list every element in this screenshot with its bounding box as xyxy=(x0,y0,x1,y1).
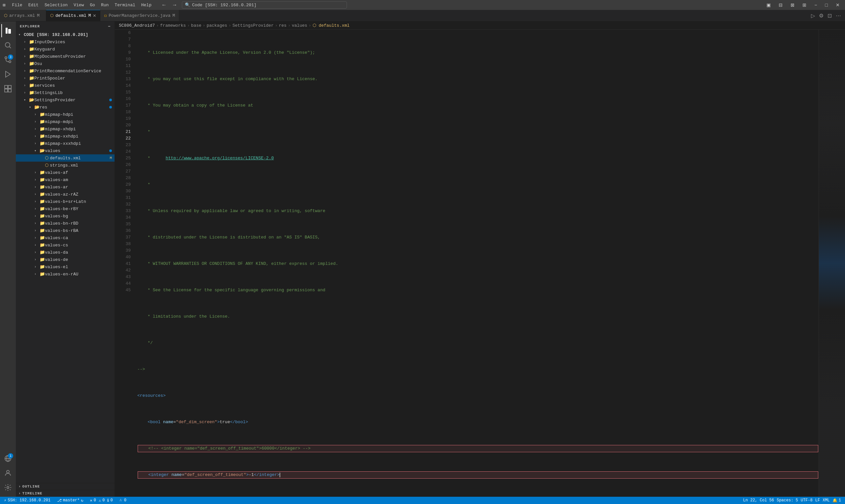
timeline-panel-header[interactable]: › TIMELINE xyxy=(16,490,115,497)
sidebar-item-values-en-rAU[interactable]: › 📁 values-en-rAU xyxy=(16,270,115,278)
customize-layout-icon[interactable]: ⊞ xyxy=(800,2,809,8)
sidebar-item-values-bn-rBD[interactable]: › 📁 values-bn-rBD xyxy=(16,220,115,227)
menu-edit[interactable]: Edit xyxy=(26,2,41,8)
activity-settings[interactable] xyxy=(1,481,15,494)
sidebar-item-res[interactable]: ▾ 📂 res xyxy=(16,104,115,111)
breadcrumb-part-2[interactable]: base xyxy=(191,23,201,28)
minimap[interactable] xyxy=(818,30,845,497)
text-cursor xyxy=(280,473,280,477)
sidebar-item-values-am[interactable]: › 📁 values-am xyxy=(16,176,115,183)
activity-search[interactable] xyxy=(1,39,15,52)
menu-run[interactable]: Run xyxy=(99,2,111,8)
status-line-ending[interactable]: LF xyxy=(814,498,821,503)
minimize-button[interactable]: − xyxy=(812,2,820,8)
sidebar-item-values-da[interactable]: › 📁 values-da xyxy=(16,249,115,256)
menu-selection[interactable]: Selection xyxy=(42,2,70,8)
activity-source-control[interactable]: 3 xyxy=(1,53,15,66)
menu-terminal[interactable]: Terminal xyxy=(112,2,138,8)
sidebar-item-mipmap-xxhdpi[interactable]: › 📁 mipmap-xxhdpi xyxy=(16,132,115,140)
code-line-20: <bool name="def_dim_screen">true</bool> xyxy=(137,419,818,426)
status-spaces[interactable]: Spaces: 5 xyxy=(775,498,799,503)
status-encoding[interactable]: UTF-8 xyxy=(799,498,814,503)
tab-powermanager[interactable]: ◻ PowerManagerService.java M xyxy=(100,10,179,21)
tab-defaults[interactable]: ⬡ defaults.xml M ✕ xyxy=(46,10,100,21)
outline-panel-header[interactable]: › OUTLINE xyxy=(16,483,115,490)
sidebar-item-mipmap-hdpi[interactable]: › 📁 mipmap-hdpi xyxy=(16,111,115,118)
tab-defaults-close[interactable]: ✕ xyxy=(93,13,96,18)
more-actions-button[interactable]: ⋯ xyxy=(834,12,842,19)
sidebar-item-mipmap-mdpi[interactable]: › 📁 mipmap-mdpi xyxy=(16,118,115,125)
dir-arrow: ▾ xyxy=(24,98,29,102)
status-feedback[interactable]: 🔔 1 xyxy=(831,498,842,503)
sidebar-item-services[interactable]: › 📁 services xyxy=(16,82,115,89)
breadcrumb-part-5[interactable]: res xyxy=(279,23,286,28)
sidebar-item-strings-xml[interactable]: › ⬡ strings.xml xyxy=(16,162,115,169)
sidebar-item-values-bsr-Latn[interactable]: › 📁 values-b+sr+Latn xyxy=(16,198,115,205)
sidebar-item-values-be-rBY[interactable]: › 📁 values-be-rBY xyxy=(16,205,115,212)
panel-toggle-icon[interactable]: ⊠ xyxy=(788,2,797,8)
layout-toggle-icon[interactable]: ▣ xyxy=(764,2,773,8)
activity-extensions[interactable] xyxy=(1,82,15,95)
menu-help[interactable]: Help xyxy=(139,2,154,8)
split-editor-icon[interactable]: ⊟ xyxy=(776,2,785,8)
status-errors[interactable]: ✕ 0 ⚠ 0 ℹ 0 xyxy=(89,497,114,504)
sidebar-item-printrecommendationservice[interactable]: › 📁 PrintRecommendationService xyxy=(16,67,115,74)
breadcrumb-part-0[interactable]: SC806_Android7 xyxy=(119,23,155,28)
search-bar[interactable]: 🔍 Code [SSH: 192.168.0.201] xyxy=(182,1,347,8)
sidebar-item-values-bg[interactable]: › 📁 values-bg xyxy=(16,212,115,220)
new-file-icon[interactable]: ⋯ xyxy=(108,24,110,29)
status-language[interactable]: XML xyxy=(821,498,831,503)
sidebar-item-osu[interactable]: › 📁 Osu xyxy=(16,60,115,67)
activity-remote[interactable]: 1 xyxy=(1,452,15,465)
sidebar-item-values-af[interactable]: › 📁 values-af xyxy=(16,169,115,176)
sidebar-item-values[interactable]: ▾ 📂 values xyxy=(16,147,115,155)
menu-go[interactable]: Go xyxy=(87,2,98,8)
sidebar-item-mtpdocumentsprovider[interactable]: › 📁 MtpDocumentsProvider xyxy=(16,53,115,60)
sidebar-item-values-ca[interactable]: › 📁 values-ca xyxy=(16,234,115,241)
status-extensions[interactable]: ⑃ 0 xyxy=(118,497,128,504)
breadcrumb-part-3[interactable]: packages xyxy=(207,23,227,28)
breadcrumb-part-4[interactable]: SettingsProvider xyxy=(232,23,274,28)
sidebar-item-values-el[interactable]: › 📁 values-el xyxy=(16,263,115,270)
item-label: MtpDocumentsProvider xyxy=(34,54,86,59)
code-text: --> xyxy=(137,366,145,373)
nav-back-button[interactable]: ← xyxy=(159,1,169,8)
tab-arrays[interactable]: ⬡ arrays.xml M xyxy=(0,10,46,21)
sidebar-item-inputdevices[interactable]: › 📁 InputDevices xyxy=(16,38,115,46)
sidebar-item-values-ar[interactable]: › 📁 values-ar xyxy=(16,183,115,191)
dir-arrow: › xyxy=(24,91,29,95)
status-position[interactable]: Ln 22, Col 56 xyxy=(742,498,775,503)
status-git[interactable]: ⎇ master* ↻ xyxy=(56,497,85,504)
sidebar-item-keyguard[interactable]: › 📁 Keyguard xyxy=(16,46,115,53)
activity-explorer[interactable] xyxy=(1,24,15,37)
sidebar-item-values-de[interactable]: › 📁 values-de xyxy=(16,256,115,263)
sidebar-item-settingsprovider[interactable]: ▾ 📂 SettingsProvider xyxy=(16,96,115,104)
sidebar-item-mipmap-xhdpi[interactable]: › 📁 mipmap-xhdpi xyxy=(16,125,115,132)
activity-account[interactable] xyxy=(1,466,15,480)
settings-button[interactable]: ⚙ xyxy=(817,12,825,19)
svg-rect-10 xyxy=(8,86,11,88)
ln-43: 43 xyxy=(115,274,131,281)
sidebar-item-printspooler[interactable]: › 📁 PrintSpooler xyxy=(16,74,115,82)
sidebar-item-values-az-rAZ[interactable]: › 📁 values-az-rAZ xyxy=(16,191,115,198)
menu-file[interactable]: File xyxy=(9,2,25,8)
status-ssh[interactable]: ⚡ SSH: 192.168.0.201 xyxy=(3,497,52,504)
breadcrumb-part-7[interactable]: ⬡ defaults.xml xyxy=(313,23,350,28)
run-button[interactable]: ▷ xyxy=(810,12,816,19)
sidebar-item-mipmap-xxxhdpi[interactable]: › 📁 mipmap-xxxhdpi xyxy=(16,140,115,147)
maximize-button[interactable]: □ xyxy=(823,2,830,8)
activity-run[interactable] xyxy=(1,68,15,81)
sidebar-item-defaults-xml[interactable]: › ⬡ defaults.xml M xyxy=(16,155,115,162)
sidebar-item-values-bs-rBA[interactable]: › 📁 values-bs-rBA xyxy=(16,227,115,234)
notification-count: 1 xyxy=(839,498,841,503)
split-editor-button[interactable]: ⊡ xyxy=(826,12,833,19)
nav-forward-button[interactable]: → xyxy=(170,1,179,8)
sidebar-item-values-cs[interactable]: › 📁 values-cs xyxy=(16,241,115,249)
close-button[interactable]: ✕ xyxy=(833,2,842,8)
menu-view[interactable]: View xyxy=(71,2,87,8)
sidebar-item-settingslib[interactable]: › 📁 SettingsLib xyxy=(16,89,115,96)
code-content[interactable]: * Licensed under the Apache License, Ver… xyxy=(135,30,818,497)
breadcrumb-part-1[interactable]: frameworks xyxy=(160,23,186,28)
breadcrumb-part-6[interactable]: values xyxy=(292,23,307,28)
sidebar-item-root[interactable]: ▾ CODE [SSH: 192.168.0.201] xyxy=(16,31,115,38)
